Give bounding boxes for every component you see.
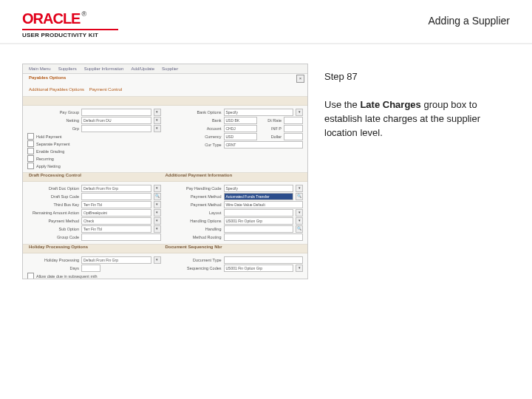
checkbox[interactable] — [27, 155, 34, 162]
menu-item[interactable]: Add/Update — [131, 66, 154, 71]
panel-title: Payables Options — [23, 74, 307, 87]
chevron-down-icon[interactable]: ▾ — [296, 217, 303, 225]
layout-field[interactable] — [224, 209, 294, 216]
header: ORACLE® USER PRODUCTIVITY KIT Adding a S… — [0, 0, 532, 43]
handling-field[interactable] — [224, 225, 294, 233]
chevron-down-icon[interactable]: ▾ — [154, 217, 161, 225]
draft-doc-field[interactable]: Default From Fin Grp — [81, 185, 151, 192]
seq-codes-field[interactable]: US001 Fin Option Grp — [224, 265, 294, 272]
routing-field[interactable] — [224, 233, 304, 241]
section-holiday: Holiday ProcessingDefault From Fin Grp▾ … — [23, 253, 307, 279]
menu-item[interactable]: Main Menu — [29, 66, 51, 71]
lookup-icon[interactable]: 🔍 — [296, 193, 303, 200]
brand-sub: USER PRODUCTIVITY KIT — [22, 32, 118, 38]
chevron-down-icon[interactable]: ▾ — [296, 185, 303, 192]
checkbox[interactable] — [27, 148, 34, 154]
chevron-down-icon[interactable]: ▾ — [154, 209, 161, 216]
handling-opt-field[interactable]: US001 Fin Option Grp — [224, 217, 294, 225]
app-screenshot: Main Menu Suppliers Supplier Information… — [22, 64, 308, 279]
chevron-down-icon[interactable]: ▾ — [154, 256, 161, 264]
checkbox[interactable] — [27, 133, 34, 140]
panel-subtitle: Additional Payables Options Payment Cont… — [23, 87, 307, 97]
chevron-down-icon[interactable]: ▾ — [296, 265, 303, 272]
chevron-down-icon[interactable]: ▾ — [296, 109, 303, 116]
brand-name: ORACLE — [22, 10, 80, 27]
chevron-down-icon[interactable]: ▾ — [154, 185, 161, 192]
currency-field[interactable]: USD — [224, 133, 258, 140]
handling-code-field[interactable]: Specify — [224, 185, 294, 192]
chevron-down-icon[interactable]: ▾ — [296, 209, 303, 216]
step-label: Step 87 — [324, 71, 510, 82]
netting-field[interactable]: Default From DU — [81, 117, 151, 124]
account-field[interactable]: CHDJ — [224, 125, 258, 132]
cur-type-field[interactable]: CRNT — [224, 141, 304, 149]
menu-bar: Main Menu Suppliers Supplier Information… — [23, 64, 307, 74]
section-header — [166, 97, 302, 105]
chevron-down-icon[interactable]: ▾ — [154, 201, 161, 208]
lookup-icon[interactable]: 🔍 — [154, 193, 161, 200]
payment-method-2-field[interactable]: Wire Date Value Default — [224, 201, 304, 208]
checkbox[interactable] — [27, 163, 34, 169]
menu-item[interactable]: Suppliers — [58, 66, 77, 71]
checkbox[interactable] — [27, 273, 34, 279]
brand-rule — [22, 29, 118, 30]
pay-group-field[interactable] — [81, 109, 151, 116]
payment-method-field[interactable]: Automated Funds Transfer — [224, 193, 294, 200]
page-title: Adding a Supplier — [428, 15, 510, 27]
holiday-proc-field[interactable]: Default From Fin Grp — [81, 256, 151, 264]
section-header: Additional Payment Information — [166, 173, 302, 181]
section-header — [29, 97, 166, 105]
chevron-down-icon[interactable]: ▾ — [154, 117, 161, 124]
grp-field[interactable] — [81, 125, 151, 132]
chevron-down-icon[interactable]: ▾ — [154, 125, 161, 132]
third-bus-field[interactable]: Terr Fin Tbl — [81, 201, 151, 208]
instruction-text: Use the Late Charges group box to establ… — [324, 98, 510, 140]
pay-method-field[interactable]: Check — [81, 217, 151, 225]
section-draft: Draft Doc OptionDefault From Fin Grp▾ Dr… — [23, 182, 307, 245]
close-icon[interactable]: × — [296, 75, 304, 83]
menu-item[interactable]: Supplier Information — [84, 66, 124, 71]
section-header: Document Sequencing Nbr — [166, 245, 302, 253]
chevron-down-icon[interactable]: ▾ — [154, 225, 161, 233]
bank-field[interactable]: USD BK — [224, 117, 258, 124]
draft-sup-field[interactable] — [81, 193, 151, 200]
brand-block: ORACLE® USER PRODUCTIVITY KIT — [22, 10, 118, 38]
doc-type-field[interactable] — [224, 256, 304, 264]
bank-options-field[interactable]: Specify — [224, 109, 294, 116]
menu-item[interactable]: Supplier — [162, 66, 178, 71]
rem-amt-field[interactable]: OptBreakpoint — [81, 209, 151, 216]
chevron-down-icon[interactable]: ▾ — [154, 109, 161, 116]
section-header: Holiday Processing Options — [29, 245, 166, 253]
brand-tm: ® — [81, 10, 86, 18]
group-code-field[interactable] — [81, 233, 161, 241]
section-general: Pay Group▾ NettingDefault From DU▾ Grp▾ … — [23, 106, 307, 173]
checkbox[interactable] — [27, 140, 34, 147]
section-header: Draft Processing Control — [29, 173, 166, 181]
sub-option-field[interactable]: Terr Fin Tbl — [81, 225, 151, 233]
days-field[interactable] — [81, 265, 100, 272]
lookup-icon[interactable]: 🔍 — [296, 225, 303, 233]
